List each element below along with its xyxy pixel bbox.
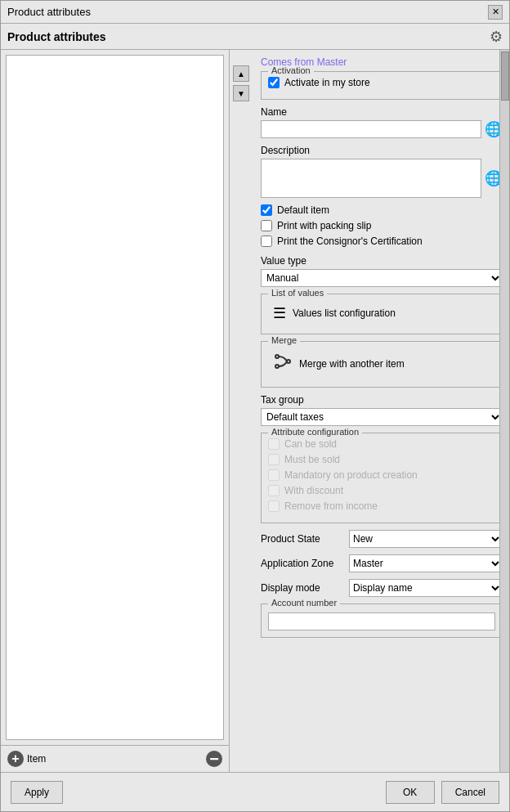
move-down-button[interactable]: ▼ bbox=[233, 85, 249, 101]
application-zone-label: Application Zone bbox=[261, 558, 342, 569]
remove-from-income-label: Remove from income bbox=[284, 500, 378, 512]
attribute-config-label: Attribute configuration bbox=[268, 427, 362, 437]
main-window: Product attributes ✕ Product attributes … bbox=[0, 0, 510, 812]
left-panel: + Item − bbox=[1, 50, 230, 772]
name-field-row: 🌐 bbox=[261, 120, 503, 138]
svg-point-1 bbox=[275, 365, 279, 368]
ok-button[interactable]: OK bbox=[386, 781, 435, 804]
values-list-button[interactable]: ☰ Values list configuration bbox=[268, 299, 495, 327]
description-label: Description bbox=[261, 145, 503, 156]
header-bar: Product attributes ⚙ bbox=[1, 24, 509, 50]
display-mode-select[interactable]: Display name Display code Display both bbox=[349, 579, 503, 597]
print-consignor-checkbox[interactable] bbox=[261, 236, 272, 247]
window-title: Product attributes bbox=[7, 6, 91, 18]
add-item-button[interactable]: + Item bbox=[7, 751, 46, 767]
title-bar: Product attributes ✕ bbox=[1, 1, 509, 24]
add-icon: + bbox=[7, 751, 24, 767]
list-of-values-label: List of values bbox=[268, 288, 327, 298]
account-number-label: Account number bbox=[268, 598, 340, 608]
svg-point-0 bbox=[275, 355, 279, 358]
activate-label: Activate in my store bbox=[284, 77, 370, 88]
svg-point-2 bbox=[287, 360, 290, 363]
default-item-checkbox[interactable] bbox=[261, 204, 272, 216]
must-be-sold-label: Must be sold bbox=[284, 454, 340, 465]
print-consignor-row: Print the Consignor's Certification bbox=[261, 236, 503, 247]
can-be-sold-checkbox bbox=[268, 438, 280, 450]
remove-item-button[interactable]: − bbox=[206, 751, 222, 767]
add-item-label: Item bbox=[27, 753, 46, 765]
value-type-select[interactable]: Manual Automatic Fixed bbox=[261, 269, 503, 287]
list-icon: ☰ bbox=[273, 304, 286, 322]
activation-group-label: Activation bbox=[268, 65, 314, 75]
footer-right: OK Cancel bbox=[386, 781, 499, 804]
name-label: Name bbox=[261, 106, 503, 118]
attribute-config-group: Attribute configuration Can be sold Must… bbox=[261, 433, 503, 523]
values-list-label: Values list configuration bbox=[293, 307, 396, 319]
product-state-label: Product State bbox=[261, 533, 342, 545]
application-zone-row: Application Zone Master Store All bbox=[261, 554, 503, 572]
form-area: Comes from Master Activation Activate in… bbox=[238, 50, 509, 651]
merge-group: Merge Merge with another item bbox=[261, 341, 503, 388]
tax-group-label: Tax group bbox=[261, 394, 503, 406]
arrow-controls: ▲ ▼ bbox=[233, 65, 249, 101]
can-be-sold-label: Can be sold bbox=[284, 438, 337, 450]
mandatory-row: Mandatory on product creation bbox=[268, 469, 495, 481]
scrollbar-thumb[interactable] bbox=[501, 52, 509, 101]
activate-checkbox-row: Activate in my store bbox=[268, 77, 495, 88]
name-input[interactable] bbox=[261, 120, 481, 138]
merge-icon bbox=[273, 352, 293, 375]
mandatory-label: Mandatory on product creation bbox=[284, 469, 418, 481]
mandatory-checkbox bbox=[268, 469, 280, 481]
footer: Apply OK Cancel bbox=[1, 772, 509, 811]
activate-checkbox[interactable] bbox=[268, 77, 280, 88]
default-item-row: Default item bbox=[261, 204, 503, 216]
item-list[interactable] bbox=[6, 55, 224, 740]
merge-label: Merge with another item bbox=[299, 358, 405, 370]
description-input[interactable] bbox=[261, 159, 481, 198]
title-controls: ✕ bbox=[488, 5, 503, 20]
activation-group: Activation Activate in my store bbox=[261, 71, 503, 100]
print-packing-label: Print with packing slip bbox=[277, 220, 371, 231]
with-discount-checkbox bbox=[268, 485, 280, 496]
can-be-sold-row: Can be sold bbox=[268, 438, 495, 450]
gear-icon[interactable]: ⚙ bbox=[490, 28, 503, 46]
remove-from-income-row: Remove from income bbox=[268, 500, 495, 512]
merge-button[interactable]: Merge with another item bbox=[268, 347, 495, 380]
default-item-label: Default item bbox=[277, 204, 329, 216]
account-number-input[interactable] bbox=[268, 612, 495, 630]
product-state-row: Product State New Used Refurbished bbox=[261, 530, 503, 548]
main-content: + Item − ▲ ▼ Comes from Master Activatio… bbox=[1, 50, 509, 772]
with-discount-label: With discount bbox=[284, 485, 343, 496]
must-be-sold-row: Must be sold bbox=[268, 454, 495, 465]
merge-group-label: Merge bbox=[268, 335, 300, 345]
close-button[interactable]: ✕ bbox=[488, 5, 503, 20]
display-mode-label: Display mode bbox=[261, 582, 342, 594]
right-panel: Comes from Master Activation Activate in… bbox=[230, 50, 509, 772]
print-packing-row: Print with packing slip bbox=[261, 220, 503, 231]
description-field-row: 🌐 bbox=[261, 159, 503, 198]
right-scrollbar[interactable] bbox=[499, 50, 509, 772]
remove-from-income-checkbox bbox=[268, 500, 280, 512]
account-number-group: Account number bbox=[261, 603, 503, 638]
left-bottom-bar: + Item − bbox=[1, 745, 229, 772]
application-zone-select[interactable]: Master Store All bbox=[349, 554, 503, 572]
apply-button[interactable]: Apply bbox=[11, 781, 63, 804]
product-state-select[interactable]: New Used Refurbished bbox=[349, 530, 503, 548]
with-discount-row: With discount bbox=[268, 485, 495, 496]
print-packing-checkbox[interactable] bbox=[261, 220, 272, 231]
must-be-sold-checkbox bbox=[268, 454, 280, 465]
page-title: Product attributes bbox=[7, 30, 106, 43]
list-of-values-group: List of values ☰ Values list configurati… bbox=[261, 294, 503, 334]
value-type-label: Value type bbox=[261, 255, 503, 267]
footer-left: Apply bbox=[11, 781, 63, 804]
display-mode-row: Display mode Display name Display code D… bbox=[261, 579, 503, 597]
cancel-button[interactable]: Cancel bbox=[441, 781, 499, 804]
tax-group-select[interactable]: Default taxes No taxes Custom bbox=[261, 408, 503, 426]
move-up-button[interactable]: ▲ bbox=[233, 65, 249, 82]
print-consignor-label: Print the Consignor's Certification bbox=[277, 236, 423, 247]
